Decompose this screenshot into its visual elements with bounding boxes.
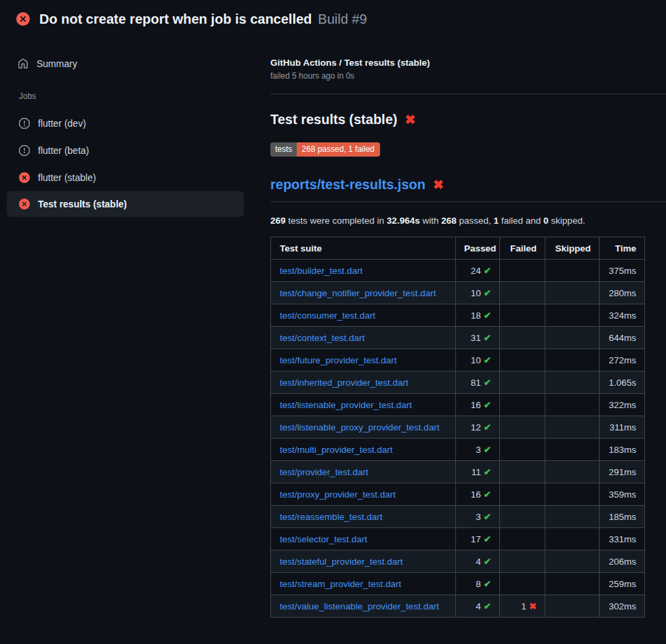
check-icon: ✔ (484, 445, 491, 455)
time-cell: 324ms (600, 304, 645, 327)
suite-link[interactable]: test/context_test.dart (280, 333, 365, 343)
time-cell: 272ms (600, 349, 645, 371)
suite-link[interactable]: test/future_provider_test.dart (280, 355, 397, 365)
breadcrumb-run-title: GitHub Actions / Test results (stable) (270, 58, 666, 68)
table-row: test/change_notifier_provider_test.dart1… (271, 282, 645, 304)
table-row: test/value_listenable_provider_test.dart… (271, 595, 645, 618)
column-header-time: Time (600, 237, 645, 260)
passed-cell-value: 10 (471, 355, 481, 365)
check-icon: ✔ (484, 512, 491, 522)
time-cell: 311ms (600, 416, 645, 439)
time-cell-value: 331ms (608, 534, 636, 544)
jobs-heading: Jobs (19, 92, 259, 101)
badge-value: 268 passed, 1 failed (297, 142, 379, 157)
check-icon: ✔ (484, 400, 491, 410)
suite-link[interactable]: test/reassemble_test.dart (280, 512, 383, 522)
check-icon: ✔ (484, 467, 491, 477)
time-cell-value: 185ms (608, 512, 636, 522)
passed-cell-value: 81 (471, 378, 481, 388)
passed-cell: 3✔ (456, 439, 500, 461)
suite-link[interactable]: test/consumer_test.dart (280, 310, 375, 321)
passed-cell: 16✔ (456, 394, 500, 416)
time-cell-value: 322ms (608, 400, 636, 410)
passed-cell: 81✔ (456, 371, 500, 394)
table-row: test/consumer_test.dart18✔324ms (271, 304, 645, 327)
suite-link[interactable]: test/stream_provider_test.dart (280, 579, 401, 589)
suite-link[interactable]: test/proxy_provider_test.dart (280, 489, 396, 500)
check-icon: ✔ (484, 534, 491, 544)
skipped-cell (545, 416, 600, 439)
failed-cell (500, 461, 545, 483)
sidebar-item-summary[interactable]: Summary (0, 54, 259, 73)
suite-cell: test/selector_test.dart (271, 528, 456, 550)
sidebar-job-item[interactable]: flutter (stable) (0, 164, 259, 191)
passed-cell-value: 4 (476, 601, 481, 611)
table-row: test/inherited_provider_test.dart81✔1.06… (271, 371, 645, 394)
sidebar-job-item[interactable]: Test results (stable) (7, 191, 244, 217)
header-divider (270, 94, 666, 94)
run-meta: failed 5 hours ago in 0s (270, 71, 666, 81)
sidebar-job-item[interactable]: flutter (beta) (0, 137, 259, 164)
suite-cell: test/consumer_test.dart (271, 304, 456, 327)
suite-link[interactable]: test/selector_test.dart (280, 534, 367, 544)
x-circle-fill-icon (19, 199, 30, 209)
time-cell: 183ms (600, 439, 645, 461)
passed-cell-value: 3 (476, 445, 481, 455)
time-cell-value: 259ms (608, 579, 636, 589)
skipped-cell (545, 327, 600, 349)
column-header-failed: Failed (500, 237, 545, 260)
suite-link[interactable]: test/inherited_provider_test.dart (280, 378, 409, 388)
time-cell-value: 1.065s (608, 378, 636, 388)
suite-link[interactable]: test/multi_provider_test.dart (280, 445, 393, 455)
skipped-cell (545, 573, 600, 595)
suite-cell: test/multi_provider_test.dart (271, 439, 456, 461)
table-head: Test suitePassedFailedSkippedTime (271, 237, 645, 260)
table-row: test/builder_test.dart24✔375ms (271, 260, 645, 282)
passed-cell-value: 31 (471, 333, 481, 343)
passed-cell-value: 11 (472, 467, 481, 477)
report-file-link[interactable]: reports/test-results.json ✖ (270, 177, 666, 193)
time-cell: 331ms (600, 528, 645, 550)
main-content: GitHub Actions / Test results (stable) f… (270, 58, 666, 618)
time-cell: 359ms (600, 483, 645, 506)
suite-link[interactable]: test/provider_test.dart (280, 467, 369, 477)
failed-cell (500, 304, 545, 327)
suite-link[interactable]: test/stateful_provider_test.dart (280, 557, 403, 567)
passed-cell-value: 8 (476, 579, 481, 589)
skipped-cell (545, 550, 600, 573)
failed-cell (500, 260, 545, 282)
time-cell-value: 302ms (608, 601, 636, 611)
time-cell: 280ms (600, 282, 645, 304)
failed-cell (500, 528, 545, 550)
table-row: test/multi_provider_test.dart3✔183ms (271, 439, 645, 461)
failed-cell: 1✖ (500, 595, 545, 618)
suite-link[interactable]: test/change_notifier_provider_test.dart (280, 288, 436, 298)
passed-cell: 12✔ (456, 416, 500, 439)
summary-segment: 268 (441, 216, 457, 226)
header-row: Test suitePassedFailedSkippedTime (271, 237, 645, 260)
passed-cell: 17✔ (456, 528, 500, 550)
sidebar-job-item[interactable]: flutter (dev) (0, 110, 259, 137)
time-cell: 1.065s (600, 371, 645, 394)
suite-cell: test/stateful_provider_test.dart (271, 550, 456, 573)
suite-link[interactable]: test/value_listenable_provider_test.dart (280, 601, 439, 611)
check-icon: ✔ (484, 310, 491, 321)
table-row: test/listenable_provider_test.dart16✔322… (271, 394, 645, 416)
section-title: Test results (stable) ✖ (270, 112, 666, 127)
failed-cell (500, 506, 545, 528)
passed-cell-value: 12 (471, 422, 481, 432)
time-cell-value: 644ms (608, 333, 636, 343)
suite-cell: test/reassemble_test.dart (271, 506, 456, 528)
table-row: test/reassemble_test.dart3✔185ms (271, 506, 645, 528)
suite-link[interactable]: test/builder_test.dart (280, 266, 362, 276)
time-cell-value: 311ms (609, 422, 636, 432)
suite-link[interactable]: test/listenable_provider_test.dart (280, 400, 412, 410)
report-divider (270, 201, 666, 202)
check-icon: ✔ (484, 579, 491, 589)
suite-link[interactable]: test/listenable_proxy_provider_test.dart (280, 422, 440, 432)
table-row: test/provider_test.dart11✔291ms (271, 461, 645, 483)
suite-cell: test/change_notifier_provider_test.dart (271, 282, 456, 304)
check-icon: ✔ (484, 601, 491, 611)
suite-cell: test/stream_provider_test.dart (271, 573, 456, 595)
suite-cell: test/proxy_provider_test.dart (271, 483, 456, 506)
